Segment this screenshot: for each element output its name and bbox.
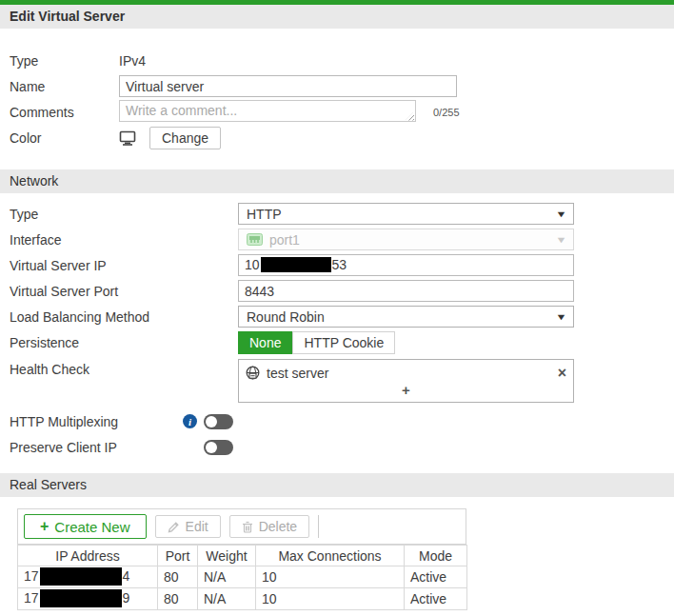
http-multiplexing-row: HTTP Multiplexing i — [10, 408, 674, 434]
chevron-down-icon: ▼ — [555, 209, 566, 219]
redaction-box — [261, 257, 331, 272]
load-balancing-row: Load Balancing Method Round Robin ▼ — [10, 304, 674, 329]
health-check-value: test server — [267, 366, 551, 381]
col-header-mode[interactable]: Mode — [405, 546, 467, 566]
cell-weight: N/A — [198, 588, 256, 610]
persistence-option-none[interactable]: None — [238, 331, 292, 354]
cell-weight: N/A — [198, 566, 256, 588]
add-health-check-icon[interactable]: + — [246, 383, 566, 400]
load-balancing-label: Load Balancing Method — [10, 309, 238, 325]
cell-max-connections: 10 — [256, 588, 405, 610]
preserve-client-ip-toggle[interactable] — [204, 440, 233, 455]
type-value: IPv4 — [119, 53, 146, 69]
network-type-label: Type — [10, 207, 238, 222]
network-type-row: Type HTTP ▼ — [10, 201, 674, 227]
cell-mode: Active — [405, 588, 467, 610]
color-label: Color — [10, 130, 119, 146]
monitor-color-icon — [119, 130, 136, 146]
create-new-button[interactable]: + Create New — [24, 514, 147, 539]
change-color-button-label: Change — [162, 130, 208, 146]
network-type-select[interactable]: HTTP ▼ — [238, 203, 574, 225]
virtual-server-ip-row: Virtual Server IP 1053 — [10, 252, 674, 278]
real-servers-section-header: Real Servers — [0, 473, 674, 497]
page-title: Edit Virtual Server — [0, 5, 674, 29]
cell-max-connections: 10 — [256, 566, 405, 588]
real-servers-toolbar: + Create New Edit Delete — [17, 508, 466, 545]
interface-value: port1 — [269, 232, 300, 248]
redaction-box — [40, 589, 122, 607]
delete-button[interactable]: Delete — [229, 515, 309, 538]
health-check-icon — [246, 366, 260, 380]
comments-label: Comments — [10, 105, 119, 120]
virtual-server-port-row: Virtual Server Port — [10, 278, 674, 304]
http-multiplexing-label: HTTP Multiplexing — [10, 414, 177, 429]
virtual-server-ip-prefix: 10 — [245, 257, 260, 272]
virtual-server-ip-label: Virtual Server IP — [10, 258, 238, 273]
col-header-ip-address[interactable]: IP Address — [18, 546, 158, 566]
toolbar-divider — [318, 515, 319, 538]
plus-icon: + — [40, 518, 49, 535]
network-section: Type HTTP ▼ Interface port1 ▼ — [0, 201, 674, 460]
create-new-button-label: Create New — [54, 519, 129, 535]
load-balancing-value: Round Robin — [247, 309, 325, 325]
chevron-down-icon: ▼ — [555, 235, 566, 245]
interface-row: Interface port1 ▼ — [10, 227, 674, 252]
cell-port: 80 — [158, 566, 198, 588]
col-header-port[interactable]: Port — [158, 546, 198, 566]
info-icon[interactable]: i — [183, 414, 197, 428]
health-check-row: Health Check test server × + — [10, 359, 674, 403]
health-check-label: Health Check — [10, 359, 238, 377]
edit-button[interactable]: Edit — [155, 515, 221, 538]
persistence-label: Persistence — [10, 335, 238, 350]
interface-select: port1 ▼ — [238, 229, 574, 250]
ethernet-port-icon — [247, 233, 263, 246]
cell-mode: Active — [405, 566, 467, 588]
table-row[interactable]: 174 80 N/A 10 Active — [18, 566, 467, 588]
type-row: Type IPv4 — [10, 48, 674, 73]
persistence-segmented-control: None HTTP Cookie — [238, 331, 395, 354]
table-header-row: IP Address Port Weight Max Connections M… — [18, 546, 467, 566]
name-input[interactable] — [119, 75, 457, 97]
comments-char-counter: 0/255 — [433, 107, 460, 118]
chevron-down-icon: ▼ — [555, 312, 566, 322]
virtual-server-ip-input[interactable]: 1053 — [238, 254, 574, 276]
http-multiplexing-toggle[interactable] — [204, 414, 233, 429]
color-row: Color Change — [10, 125, 674, 150]
type-label: Type — [10, 53, 119, 69]
preserve-client-ip-label: Preserve Client IP — [10, 440, 204, 455]
virtual-server-ip-suffix: 53 — [332, 257, 347, 272]
comments-row: Comments 0/255 — [10, 99, 674, 125]
network-type-value: HTTP — [247, 207, 282, 222]
real-servers-table: IP Address Port Weight Max Connections M… — [17, 545, 467, 610]
redaction-box — [40, 567, 122, 586]
change-color-button[interactable]: Change — [149, 127, 221, 149]
interface-label: Interface — [10, 232, 238, 248]
name-label: Name — [10, 79, 119, 94]
col-header-max-connections[interactable]: Max Connections — [256, 546, 405, 566]
persistence-row: Persistence None HTTP Cookie — [10, 329, 674, 355]
cell-ip-address: 174 — [18, 566, 158, 588]
load-balancing-select[interactable]: Round Robin ▼ — [238, 306, 574, 328]
remove-health-check-icon[interactable]: × — [558, 367, 566, 380]
virtual-server-port-label: Virtual Server Port — [10, 284, 238, 299]
virtual-server-port-input[interactable] — [238, 280, 574, 302]
cell-port: 80 — [158, 588, 198, 610]
col-header-weight[interactable]: Weight — [198, 546, 256, 566]
comments-input[interactable] — [119, 100, 416, 122]
network-section-header: Network — [0, 169, 674, 193]
health-check-box: test server × + — [238, 359, 574, 403]
general-section: Type IPv4 Name Comments 0/255 Color Chan… — [0, 48, 674, 150]
health-check-entry: test server × — [246, 363, 566, 383]
preserve-client-ip-row: Preserve Client IP — [10, 434, 674, 460]
delete-button-label: Delete — [259, 519, 297, 534]
edit-button-label: Edit — [186, 519, 208, 534]
comments-field-wrap — [119, 100, 416, 125]
trash-icon — [242, 521, 253, 533]
pencil-icon — [168, 521, 180, 533]
table-row[interactable]: 179 80 N/A 10 Active — [18, 588, 467, 610]
persistence-option-http-cookie[interactable]: HTTP Cookie — [292, 331, 395, 354]
name-row: Name — [10, 73, 674, 99]
cell-ip-address: 179 — [18, 588, 158, 610]
